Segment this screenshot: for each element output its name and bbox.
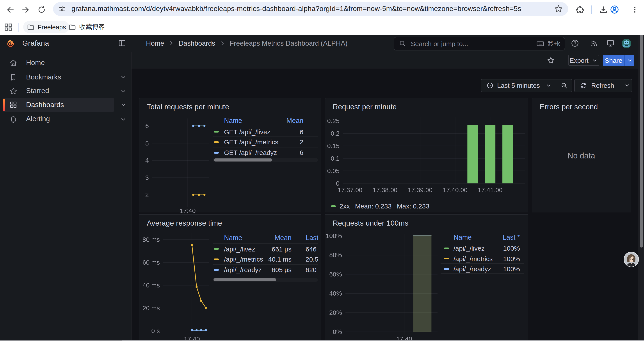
chevron-down-icon bbox=[120, 116, 126, 122]
search-icon bbox=[394, 40, 411, 47]
bookmark-star-icon[interactable] bbox=[549, 5, 568, 14]
time-range-picker[interactable]: Last 5 minutes bbox=[481, 80, 556, 92]
sidebar-item-dashboards[interactable]: Dashboards bbox=[3, 98, 114, 112]
bookmark-folder-freeleaps[interactable]: Freeleaps bbox=[23, 21, 70, 33]
chevron-down-icon bbox=[120, 102, 126, 108]
sidebar-item-label: Starred bbox=[26, 87, 49, 95]
zoom-out-button[interactable] bbox=[556, 80, 572, 92]
sidebar-expand-bookmarks[interactable] bbox=[119, 70, 128, 84]
clock-icon bbox=[486, 82, 493, 89]
toolbar-divider bbox=[564, 55, 565, 65]
panel-toggle-icon bbox=[118, 39, 126, 48]
refresh-group: Refresh bbox=[574, 79, 632, 92]
floating-profile-avatar[interactable] bbox=[623, 251, 639, 267]
sidebar-item-label: Bookmarks bbox=[26, 73, 61, 81]
avatar-image bbox=[623, 251, 639, 267]
sidebar-expand-alerting[interactable] bbox=[119, 112, 128, 126]
scrollbar-thumb[interactable] bbox=[0, 340, 122, 341]
breadcrumb-home[interactable]: Home bbox=[146, 40, 164, 47]
refresh-button[interactable]: Refresh bbox=[574, 80, 622, 92]
search-input[interactable]: Search or jump to... ⌘+k bbox=[394, 37, 565, 50]
extensions-puzzle-icon bbox=[575, 5, 584, 14]
chart-total-requests[interactable]: 6543217:40 bbox=[139, 98, 321, 212]
chevron-down-icon bbox=[120, 88, 126, 94]
vertical-scrollbar[interactable] bbox=[638, 35, 644, 341]
bookmark-icon bbox=[8, 73, 19, 81]
sidebar-item-label: Dashboards bbox=[26, 101, 64, 109]
sidebar-item-home[interactable]: Home bbox=[3, 56, 114, 70]
svg-text:0.1: 0.1 bbox=[330, 155, 339, 162]
no-data-message: No data bbox=[532, 151, 631, 161]
chart-request-per-minute[interactable]: 0.250.20.150.10.05017:37:0017:38:0017:39… bbox=[325, 98, 528, 212]
sidebar-expand-dashboards[interactable] bbox=[119, 98, 128, 112]
back-icon bbox=[6, 5, 15, 14]
display-button[interactable] bbox=[603, 35, 618, 52]
sidebar-item-alerting[interactable]: Alerting bbox=[3, 112, 114, 126]
svg-text:17:38:00: 17:38:00 bbox=[372, 187, 397, 194]
horizontal-scrollbar[interactable] bbox=[0, 340, 644, 341]
grafana-logo bbox=[6, 39, 15, 48]
grafana-header: Grafana Home Dashboards Freeleaps Metric… bbox=[0, 35, 644, 52]
breadcrumb-current: Freeleaps Metrics Dashboard (ALPHA) bbox=[230, 40, 348, 47]
search-shortcut: ⌘+k bbox=[536, 39, 560, 48]
svg-text:20 ms: 20 ms bbox=[142, 304, 160, 311]
sidebar-item-bookmarks[interactable]: Bookmarks bbox=[3, 70, 114, 84]
kebab-menu-icon bbox=[631, 6, 639, 14]
svg-text:17:40:00: 17:40:00 bbox=[442, 187, 467, 194]
svg-text:0.15: 0.15 bbox=[327, 142, 339, 149]
breadcrumb: Home Dashboards Freeleaps Metrics Dashbo… bbox=[146, 35, 348, 52]
star-outline-icon bbox=[546, 56, 555, 64]
export-label: Export bbox=[570, 57, 588, 64]
svg-text:6: 6 bbox=[145, 122, 148, 129]
share-menu-button[interactable] bbox=[624, 55, 634, 66]
chart-requests-under-100ms[interactable]: 100%80%60%40%20%0%17:40 bbox=[325, 214, 528, 341]
svg-text:60 ms: 60 ms bbox=[142, 259, 160, 266]
sidebar-item-starred[interactable]: Starred bbox=[3, 84, 114, 98]
chart-avg-response-time[interactable]: 80 ms60 ms40 ms20 ms0 s17:40 bbox=[139, 214, 321, 341]
browser-forward-button[interactable] bbox=[18, 3, 32, 17]
sidebar-item-label: Alerting bbox=[26, 115, 50, 123]
profile-button[interactable] bbox=[608, 3, 622, 17]
site-info-icon[interactable] bbox=[53, 5, 72, 13]
scrollbar-thumb[interactable] bbox=[640, 35, 643, 247]
share-button[interactable]: Share bbox=[603, 55, 624, 66]
export-button[interactable]: Export bbox=[568, 55, 599, 66]
browser-menu-button[interactable] bbox=[628, 3, 642, 17]
address-bar[interactable]: grafana.mathmast.com/d/deytv4rwavabkb/fr… bbox=[53, 2, 568, 16]
panel-errors-per-second[interactable]: Errors per second No data bbox=[532, 98, 631, 212]
chevron-down-icon bbox=[120, 74, 126, 80]
refresh-interval-button[interactable] bbox=[622, 80, 632, 92]
help-button[interactable] bbox=[567, 35, 582, 52]
share-button-group: Share bbox=[603, 55, 634, 66]
reload-icon bbox=[37, 5, 46, 14]
user-avatar[interactable] bbox=[622, 39, 631, 48]
chevron-down-icon bbox=[624, 83, 630, 88]
svg-text:2: 2 bbox=[145, 191, 148, 198]
browser-back-button[interactable] bbox=[3, 3, 17, 17]
chevron-right-icon bbox=[220, 41, 225, 46]
svg-text:0: 0 bbox=[336, 180, 339, 187]
home-icon bbox=[8, 59, 19, 67]
star-dashboard-button[interactable] bbox=[544, 54, 557, 67]
url-text: grafana.mathmast.com/d/deytv4rwavabkb/fr… bbox=[72, 5, 549, 13]
mega-menu-toggle[interactable] bbox=[115, 35, 130, 52]
svg-text:40%: 40% bbox=[329, 290, 342, 297]
extensions-button[interactable] bbox=[572, 3, 586, 17]
bookmark-folder-blogs[interactable]: 收藏博客 bbox=[65, 21, 108, 33]
news-button[interactable] bbox=[586, 35, 601, 52]
svg-text:4: 4 bbox=[145, 157, 148, 164]
bookmark-label: Freeleaps bbox=[38, 24, 66, 31]
sidebar-expand-starred[interactable] bbox=[119, 84, 128, 98]
apps-grid-button[interactable] bbox=[4, 22, 13, 32]
help-icon bbox=[570, 39, 579, 48]
browser-reload-button[interactable] bbox=[35, 3, 49, 17]
svg-text:5: 5 bbox=[145, 140, 148, 147]
svg-text:17:37:00: 17:37:00 bbox=[338, 187, 362, 194]
panel-title[interactable]: Errors per second bbox=[540, 103, 598, 111]
svg-text:80%: 80% bbox=[329, 251, 342, 258]
monitor-icon bbox=[606, 39, 614, 48]
profile-icon bbox=[610, 5, 620, 15]
grafana-brand[interactable]: Grafana bbox=[22, 35, 49, 52]
breadcrumb-dashboards[interactable]: Dashboards bbox=[179, 40, 215, 47]
svg-text:100%: 100% bbox=[326, 232, 342, 239]
